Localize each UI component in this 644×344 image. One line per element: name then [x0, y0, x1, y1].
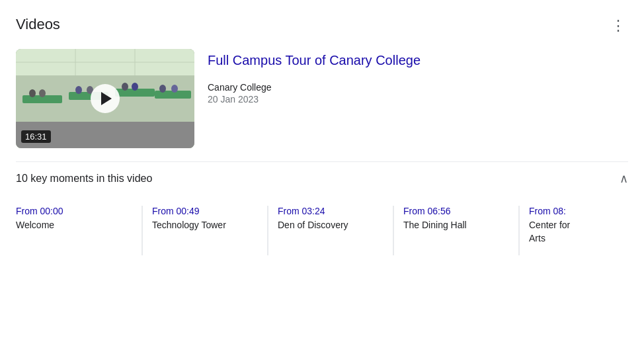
svg-point-12	[75, 86, 82, 94]
page-title: Videos	[16, 16, 60, 33]
moment-timestamp[interactable]: From 06:56	[403, 206, 508, 216]
svg-point-14	[122, 83, 128, 91]
svg-point-16	[159, 85, 166, 93]
collapse-icon[interactable]: ∧	[620, 171, 628, 186]
video-card: 16:31 Full Campus Tour of Canary College…	[16, 49, 628, 148]
moment-item: From 08:Center for Arts	[518, 206, 584, 255]
moment-timestamp[interactable]: From 00:49	[152, 206, 257, 216]
moment-item: From 00:00Welcome	[16, 206, 141, 255]
moment-timestamp[interactable]: From 03:24	[278, 206, 382, 216]
moment-timestamp[interactable]: From 08:	[529, 206, 574, 216]
moment-item: From 00:49Technology Tower	[141, 206, 267, 255]
key-moments-header: 10 key moments in this video ∧	[16, 161, 628, 195]
moment-label: Technology Tower	[152, 219, 257, 232]
video-duration: 16:31	[21, 130, 51, 143]
moment-item: From 03:24Den of Discovery	[267, 206, 393, 255]
svg-point-10	[29, 89, 36, 97]
play-icon	[101, 92, 112, 105]
moment-label: The Dining Hall	[403, 219, 508, 232]
moment-timestamp[interactable]: From 00:00	[16, 206, 131, 216]
key-moments-label: 10 key moments in this video	[16, 173, 152, 185]
video-date: 20 Jan 2023	[208, 94, 421, 105]
svg-point-17	[171, 85, 178, 93]
moment-item: From 06:56The Dining Hall	[393, 206, 518, 255]
moments-row: From 00:00WelcomeFrom 00:49Technology To…	[16, 206, 628, 255]
video-info: Full Campus Tour of Canary College Canar…	[208, 49, 421, 148]
video-thumbnail[interactable]: 16:31	[16, 49, 194, 148]
video-channel: Canary College	[208, 82, 421, 93]
more-options-icon[interactable]: ⋮	[608, 16, 628, 36]
video-title[interactable]: Full Campus Tour of Canary College	[208, 52, 421, 69]
svg-point-15	[132, 83, 138, 91]
moment-label: Den of Discovery	[278, 219, 382, 232]
page-header: Videos ⋮	[16, 16, 628, 36]
moment-label: Welcome	[16, 219, 131, 232]
svg-point-11	[39, 89, 46, 97]
play-button[interactable]	[91, 84, 120, 113]
moment-label: Center for Arts	[529, 219, 574, 245]
